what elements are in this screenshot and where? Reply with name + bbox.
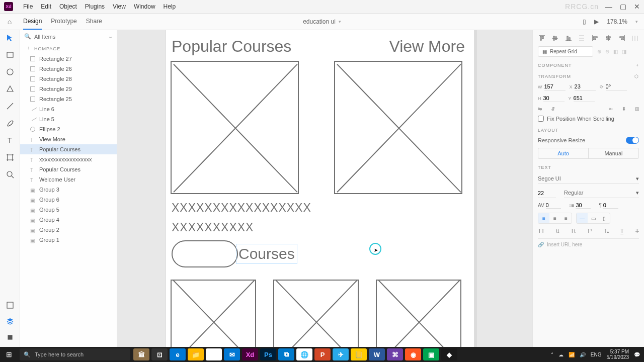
zoom-tool[interactable] [6, 170, 15, 179]
polygon-tool[interactable] [6, 84, 15, 94]
placeholder-text[interactable]: XXXXXXXXXX [166, 221, 474, 234]
menu-object[interactable]: Object [55, 3, 81, 10]
artboard-header[interactable]: 〈 HOMPAGE [20, 43, 117, 54]
taskbar-app[interactable]: 🌐 [296, 348, 312, 360]
layer-item[interactable]: Rectangle 28 [20, 74, 117, 84]
taskbar-app[interactable]: ✈ [333, 348, 349, 360]
underline-icon[interactable]: T̲ [620, 228, 624, 234]
layers-icon[interactable] [6, 317, 15, 326]
document-title[interactable]: education ui▾ [303, 18, 341, 25]
taskbar-app[interactable]: ◉ [405, 348, 421, 360]
rectangle-tool[interactable] [6, 50, 15, 59]
taskbar-app[interactable]: Ps [260, 348, 276, 360]
select-tool[interactable] [6, 33, 15, 42]
layer-item[interactable]: Rectangle 26 [20, 64, 117, 74]
layer-item[interactable]: Welcome User [20, 174, 117, 185]
taskbar-app[interactable]: 📒 [351, 348, 367, 360]
height-input[interactable] [543, 95, 565, 102]
layer-item[interactable]: Group 3 [20, 185, 117, 195]
flip-h-icon[interactable]: ⇋ [538, 106, 542, 112]
url-input[interactable]: 🔗 Insert URL here [538, 238, 639, 247]
zoom-level[interactable]: 178.1% [607, 18, 627, 25]
font-family-select[interactable]: Segoe UI▾ [538, 174, 639, 184]
heading-popular-courses[interactable]: Popular Courses [172, 37, 291, 56]
start-button[interactable]: ⊞ [0, 350, 18, 358]
rotation-input[interactable] [606, 83, 627, 90]
ellipse-tool[interactable] [6, 67, 15, 76]
align-bottom-icon[interactable] [565, 34, 573, 42]
artboard-tool[interactable] [6, 153, 15, 162]
align-top-icon[interactable] [538, 34, 546, 42]
line-spacing-input[interactable] [576, 202, 591, 209]
strikethrough-icon[interactable]: T̶ [635, 228, 639, 234]
placeholder-text[interactable]: XXXXXXXXXXXXXXXXX [166, 201, 474, 215]
image-placeholder[interactable] [171, 280, 256, 347]
tray-volume-icon[interactable]: 🔊 [580, 352, 586, 357]
intersect-icon[interactable]: ◧ [613, 49, 618, 54]
superscript-icon[interactable]: T¹ [587, 228, 592, 234]
layer-item[interactable]: Line 6 [20, 104, 117, 114]
menu-window[interactable]: Window [130, 3, 159, 10]
device-preview-icon[interactable]: ▯ [583, 18, 586, 25]
minimize-button[interactable]: — [602, 3, 616, 11]
flip-v-icon[interactable]: ⇵ [551, 106, 555, 112]
close-button[interactable]: ✕ [630, 3, 644, 11]
menu-edit[interactable]: Edit [37, 3, 55, 10]
taskbar-app[interactable]: ⌘ [387, 348, 403, 360]
layer-item[interactable]: Rectangle 25 [20, 94, 117, 104]
taskbar-search[interactable]: 🔍 Type here to search [20, 348, 130, 360]
layer-search-input[interactable] [34, 34, 105, 40]
subscript-icon[interactable]: T₁ [604, 228, 609, 234]
layer-item[interactable]: Group 6 [20, 195, 117, 205]
text-courses-selected[interactable]: Courses [236, 244, 297, 264]
text-tool[interactable]: T [6, 136, 15, 145]
titlecase-icon[interactable]: Tt [571, 228, 576, 234]
text-align-right-icon[interactable]: ≡ [560, 213, 572, 223]
layout-auto[interactable]: Auto [538, 148, 588, 158]
layer-item[interactable]: View More [20, 134, 117, 144]
three-d-icon[interactable]: ⬡ [634, 74, 639, 79]
layer-item[interactable]: Rectangle 29 [20, 84, 117, 94]
play-icon[interactable]: ▶ [594, 18, 599, 25]
layer-item[interactable]: Popular Courses [20, 144, 117, 154]
text-align-center-icon[interactable]: ≡ [549, 213, 560, 223]
repeat-grid-button[interactable]: ▦ Repeat Grid [538, 46, 593, 57]
menu-plugins[interactable]: Plugins [81, 3, 109, 10]
layer-item[interactable]: Rectangle 27 [20, 54, 117, 64]
pen-tool[interactable] [6, 119, 15, 128]
para-spacing-input[interactable] [603, 202, 618, 209]
tray-chevron-icon[interactable]: ˄ [551, 352, 553, 357]
taskbar-app[interactable]: ◆ [441, 348, 457, 360]
fix-scroll-checkbox[interactable]: Fix Position When Scrolling [538, 116, 639, 122]
menu-help[interactable]: Help [159, 3, 180, 10]
char-spacing-input[interactable] [546, 202, 561, 209]
align-vcenter-icon[interactable] [551, 34, 559, 42]
taskbar-app[interactable]: ✉ [224, 348, 240, 360]
font-size-input[interactable] [538, 188, 556, 198]
tab-prototype[interactable]: Prototype [51, 14, 76, 30]
layout-manual[interactable]: Manual [588, 148, 638, 158]
layer-item[interactable]: Group 5 [20, 205, 117, 215]
add-icon[interactable]: ⊕ [597, 49, 601, 54]
add-component-icon[interactable]: + [636, 63, 639, 68]
layer-item[interactable]: Group 2 [20, 225, 117, 235]
taskbar-app[interactable]: 📁 [188, 348, 204, 360]
text-point-icon[interactable]: — [577, 213, 588, 223]
align-hcenter-icon[interactable] [604, 34, 612, 42]
distribute-v-icon[interactable] [578, 34, 586, 42]
tray-wifi-icon[interactable]: 📶 [569, 352, 575, 357]
lowercase-icon[interactable]: tt [556, 228, 559, 234]
tray-lang[interactable]: ENG [591, 352, 602, 357]
distribute-h-icon[interactable] [631, 34, 639, 42]
text-area-icon[interactable]: ▭ [588, 213, 599, 223]
back-icon[interactable]: 〈 [25, 45, 30, 52]
layer-search[interactable]: 🔍 ⌄ [20, 30, 117, 43]
image-placeholder[interactable] [376, 280, 461, 347]
text-auto-icon[interactable]: ▯ [599, 213, 610, 223]
taskbar-app[interactable]: e [170, 348, 186, 360]
pill-shape[interactable] [172, 240, 238, 267]
text-align-left-icon[interactable]: ≡ [538, 213, 549, 223]
taskbar-app[interactable]: Xd [242, 348, 258, 360]
taskbar-app[interactable]: P [314, 348, 331, 360]
notifications-icon[interactable]: 💬 [634, 352, 640, 357]
